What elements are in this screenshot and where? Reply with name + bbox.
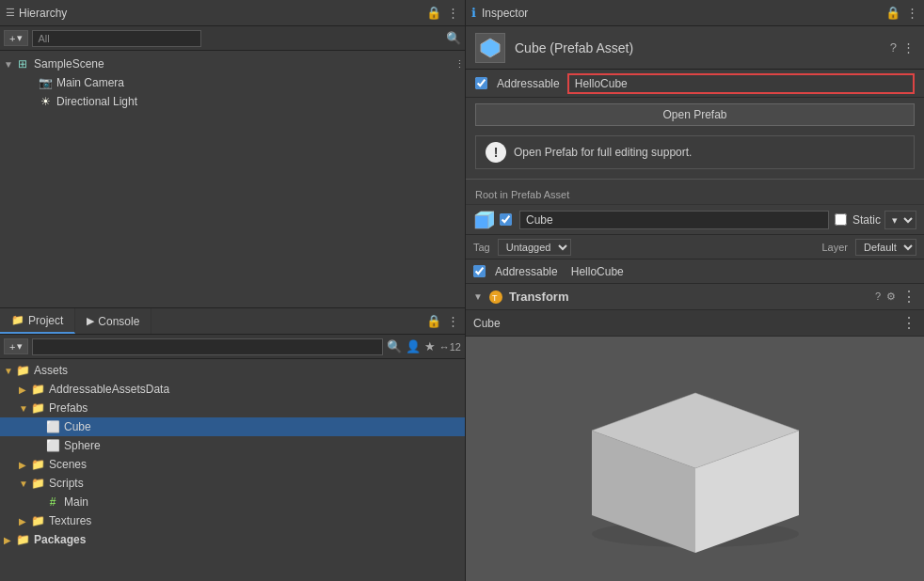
object-name-label: Cube (Prefab Asset)	[515, 40, 881, 55]
tab-project[interactable]: 📁 Project	[0, 308, 75, 334]
left-side: ☰ Hierarchy 🔒 ⋮ + ▾ 🔍 ▼	[0, 0, 466, 581]
project-search-input[interactable]	[32, 338, 382, 355]
packages-arrow: ▶	[4, 535, 15, 545]
project-panel: 📁 Project ▶ Console 🔒 ⋮ + ▾ 🔍	[0, 308, 465, 581]
cube-label-row: Cube ⋮	[466, 310, 924, 337]
assets-folder-icon: 📁	[15, 363, 30, 378]
addressable-row: Addressable	[466, 70, 924, 98]
inspector-title-row: Cube (Prefab Asset) ? ⋮	[466, 26, 924, 70]
tag-layer-row: Tag Untagged Layer Default	[466, 235, 924, 259]
transform-settings-icon[interactable]: ⚙	[886, 291, 896, 302]
transform-help-icon[interactable]: ?	[875, 291, 881, 302]
sphere-asset-item[interactable]: ⬜ Sphere	[0, 436, 465, 455]
light-icon: ☀	[38, 94, 53, 109]
hierarchy-more-icon[interactable]: ⋮	[447, 7, 459, 19]
textures-arrow: ▶	[19, 516, 30, 526]
textures-item[interactable]: ▶ 📁 Textures	[0, 511, 465, 530]
static-checkbox[interactable]	[835, 213, 847, 226]
directional-light-label: Directional Light	[56, 95, 137, 108]
tab-console[interactable]: ▶ Console	[75, 308, 151, 334]
main-layout: ☰ Hierarchy 🔒 ⋮ + ▾ 🔍 ▼	[0, 0, 924, 581]
filter-icon[interactable]: 👤	[406, 340, 421, 353]
hierarchy-tab: ☰ Hierarchy	[6, 7, 67, 20]
transform-more-icon[interactable]: ⋮	[901, 290, 916, 305]
hierarchy-content: ▼ ⊞ SampleScene ⋮ 📷 Main Camera ☀ Direct…	[0, 51, 465, 307]
addressable-checkbox[interactable]	[475, 77, 487, 89]
search-icon[interactable]: 🔍	[387, 340, 402, 353]
addressable2-value: HelloCube	[571, 265, 624, 278]
static-label: Static	[852, 213, 881, 227]
addr-arrow: ▶	[19, 385, 30, 395]
svg-marker-0	[481, 39, 500, 57]
layer-label: Layer	[821, 242, 848, 253]
inspector-lock-icon[interactable]: 🔒	[885, 7, 900, 19]
inspector-title: Inspector	[482, 7, 528, 20]
static-dropdown[interactable]: ▾	[884, 211, 916, 229]
assets-label: Assets	[34, 364, 68, 377]
inspector-actions: ? ⋮	[890, 41, 915, 54]
project-tab-label: Project	[28, 314, 63, 327]
gameobject-row: Static ▾	[466, 205, 924, 235]
hierarchy-header-right: 🔒 ⋮	[426, 7, 459, 19]
transform-label: Transform	[509, 290, 869, 304]
hierarchy-search-icon[interactable]: 🔍	[446, 32, 461, 44]
scenes-folder-icon: 📁	[30, 457, 45, 472]
folder-tab-icon: 📁	[11, 314, 24, 326]
addressable-assets-data-item[interactable]: ▶ 📁 AddressableAssetsData	[0, 380, 465, 399]
project-lock-icon[interactable]: 🔒	[426, 315, 441, 327]
arrow-icon2: ▾	[17, 340, 23, 353]
main-script-item[interactable]: # Main	[0, 493, 465, 511]
prefabs-label: Prefabs	[49, 401, 88, 415]
project-content: ▼ 📁 Assets ▶ 📁 AddressableAssetsData ▼ 📁…	[0, 359, 465, 581]
scenes-arrow: ▶	[19, 460, 30, 470]
preview-area	[466, 337, 924, 581]
scene-label: SampleScene	[34, 57, 104, 71]
main-script-label: Main	[64, 495, 88, 509]
camera-icon: 📷	[38, 75, 53, 90]
directional-light-item[interactable]: ☀ Directional Light	[0, 92, 465, 111]
open-prefab-button[interactable]: Open Prefab	[475, 103, 915, 126]
project-tabs: 📁 Project ▶ Console 🔒 ⋮	[0, 308, 465, 335]
addressable-assets-label: AddressableAssetsData	[49, 383, 169, 396]
scene-more-icon[interactable]: ⋮	[454, 59, 465, 70]
prefab-thumbnail	[475, 33, 505, 63]
console-tab-label: Console	[98, 315, 139, 328]
inspector-header-right: 🔒 ⋮	[885, 7, 918, 19]
hierarchy-title: Hierarchy	[19, 7, 67, 20]
packages-item[interactable]: ▶ 📁 Packages	[0, 530, 465, 549]
scene-arrow: ▼	[4, 59, 15, 70]
transform-icon: T	[488, 290, 503, 305]
project-more-icon[interactable]: ⋮	[447, 315, 459, 327]
layer-dropdown[interactable]: Default	[855, 239, 916, 256]
addressable2-checkbox[interactable]	[473, 265, 486, 277]
assets-root-item[interactable]: ▼ 📁 Assets	[0, 361, 465, 380]
hierarchy-icon: ☰	[6, 7, 15, 19]
root-label: Root in Prefab Asset	[466, 185, 924, 205]
tag-dropdown[interactable]: Untagged	[498, 239, 571, 256]
scripts-item[interactable]: ▼ 📁 Scripts	[0, 474, 465, 493]
hierarchy-panel: ☰ Hierarchy 🔒 ⋮ + ▾ 🔍 ▼	[0, 0, 465, 308]
lock-icon[interactable]: 🔒	[426, 7, 441, 19]
main-camera-item[interactable]: 📷 Main Camera	[0, 73, 465, 92]
project-add-button[interactable]: + ▾	[4, 338, 28, 354]
transform-component-header[interactable]: ▼ T Transform ? ⚙ ⋮	[466, 284, 924, 310]
svg-rect-1	[475, 215, 488, 228]
cube-row-more-icon[interactable]: ⋮	[901, 316, 916, 331]
svg-text:T: T	[492, 293, 498, 303]
go-active-checkbox[interactable]	[500, 213, 512, 226]
scenes-item[interactable]: ▶ 📁 Scenes	[0, 455, 465, 474]
project-header-right: 🔒 ⋮	[421, 308, 465, 334]
star-icon[interactable]: ★	[424, 340, 436, 353]
help-icon[interactable]: ?	[890, 41, 897, 54]
prefabs-item[interactable]: ▼ 📁 Prefabs	[0, 399, 465, 417]
inspector-more-icon[interactable]: ⋮	[906, 7, 918, 19]
scene-item[interactable]: ▼ ⊞ SampleScene ⋮	[0, 55, 465, 73]
addressable-input[interactable]	[567, 73, 915, 94]
hierarchy-add-button[interactable]: + ▾	[4, 30, 28, 46]
script-icon: #	[45, 495, 60, 510]
hierarchy-search-input[interactable]	[32, 30, 201, 47]
cube-asset-item[interactable]: ⬜ Cube	[0, 417, 465, 436]
go-name-input[interactable]	[519, 211, 829, 229]
hierarchy-header: ☰ Hierarchy 🔒 ⋮	[0, 0, 465, 26]
object-more-icon[interactable]: ⋮	[902, 41, 915, 54]
